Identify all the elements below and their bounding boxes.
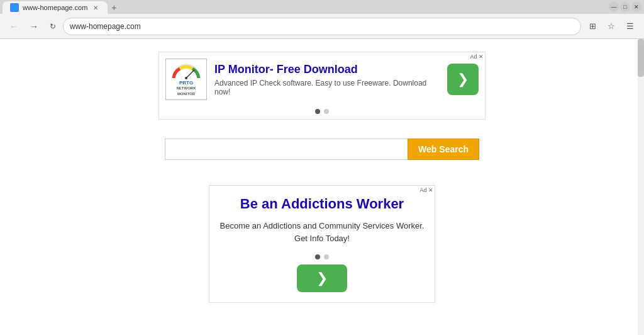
- bottom-ad-title: Be an Addictions Worker: [219, 196, 425, 212]
- top-ad-arrow-icon: ❯: [457, 71, 469, 88]
- bookmark-button[interactable]: ☆: [602, 18, 620, 35]
- search-input[interactable]: [165, 139, 408, 160]
- top-ad-dot-2[interactable]: [324, 109, 329, 114]
- bottom-ad-content: Be an Addictions Worker Become an Addict…: [209, 186, 435, 302]
- svg-line-0: [186, 70, 194, 78]
- refresh-button[interactable]: ↻: [45, 19, 60, 34]
- close-button[interactable]: ✕: [631, 2, 641, 12]
- window-controls: — □ ✕: [609, 2, 641, 12]
- top-ad-cta-button[interactable]: ❯: [447, 64, 479, 95]
- tab-title: www-homepage.com: [23, 4, 87, 11]
- page-action-button[interactable]: ⊞: [584, 18, 601, 35]
- top-ad-dots: [315, 106, 329, 119]
- bottom-ad-banner: Ad ✕ Be an Addictions Worker Become an A…: [209, 185, 435, 303]
- back-button[interactable]: ←: [5, 18, 23, 35]
- tab-area: 🌐 www-homepage.com ✕ +: [3, 0, 120, 14]
- prtg-logo: PRTG NETWORK MONITOR: [165, 59, 207, 100]
- top-ad-banner: Ad ✕: [158, 52, 486, 120]
- tab-favicon: 🌐: [10, 3, 19, 12]
- active-tab[interactable]: 🌐 www-homepage.com ✕: [3, 1, 108, 14]
- ad-close-icon[interactable]: ✕: [479, 54, 484, 60]
- prtg-gauge-svg: [170, 62, 202, 80]
- browser-window: 🌐 www-homepage.com ✕ + — □ ✕ ← → ↻ www-h…: [0, 0, 644, 335]
- bottom-ad-description: Become an Addictions and Community Servi…: [219, 220, 425, 244]
- top-ad-title: IP Monitor- Free Download: [214, 63, 440, 76]
- toolbar-icons: ⊞ ☆ ☰: [584, 18, 639, 35]
- tab-close-button[interactable]: ✕: [91, 3, 100, 12]
- title-bar: 🌐 www-homepage.com ✕ + — □ ✕: [0, 0, 644, 14]
- search-section: Web Search: [165, 139, 479, 160]
- scrollbar-thumb[interactable]: [638, 39, 644, 77]
- bottom-ad-dot-2[interactable]: [324, 254, 329, 259]
- top-ad-text-area: IP Monitor- Free Download Advanced IP Ch…: [207, 63, 447, 96]
- bottom-ad-dot-1[interactable]: [315, 254, 320, 259]
- top-ad-label: Ad ✕: [470, 54, 484, 60]
- bottom-ad-arrow-icon: ❯: [316, 270, 328, 287]
- toolbar: ← → ↻ www-homepage.com ⊞ ☆ ☰: [0, 14, 644, 39]
- svg-point-1: [185, 77, 187, 79]
- bottom-ad-dots: [219, 252, 425, 264]
- page-content: Ad ✕: [0, 39, 644, 335]
- top-ad-dot-1[interactable]: [315, 109, 320, 114]
- top-ad-content-row: PRTG NETWORK MONITOR IP Monitor- Free Do…: [159, 52, 485, 106]
- menu-button[interactable]: ☰: [621, 18, 639, 35]
- new-tab-button[interactable]: +: [108, 1, 120, 14]
- maximize-button[interactable]: □: [620, 2, 630, 12]
- url-text: www-homepage.com: [70, 22, 574, 31]
- minimize-button[interactable]: —: [609, 2, 619, 12]
- bottom-ad-cta-button[interactable]: ❯: [297, 264, 347, 292]
- address-bar[interactable]: www-homepage.com: [63, 18, 581, 35]
- search-button[interactable]: Web Search: [408, 139, 479, 160]
- top-ad-description: Advanced IP Check software. Easy to use …: [214, 79, 440, 96]
- bottom-ad-label: Ad ✕: [419, 187, 433, 193]
- bottom-ad-close-icon[interactable]: ✕: [428, 187, 433, 193]
- forward-button[interactable]: →: [25, 18, 43, 35]
- prtg-logo-text: PRTG NETWORK MONITOR: [177, 80, 196, 96]
- scrollbar-track: [638, 39, 644, 335]
